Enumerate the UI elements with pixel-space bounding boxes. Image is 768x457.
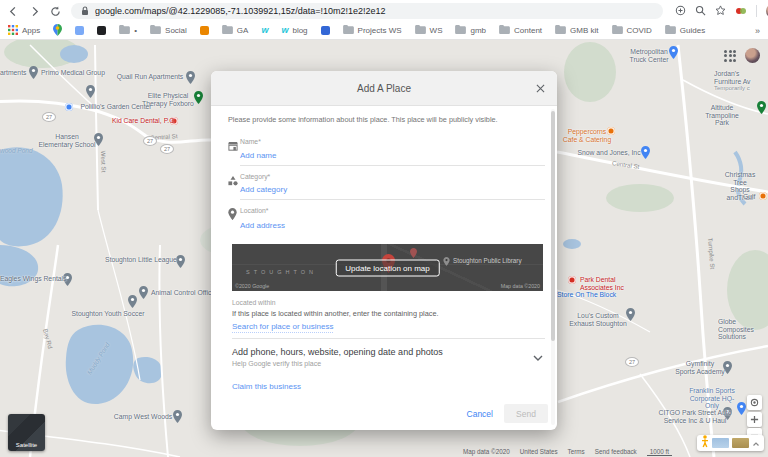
bookmark-favicon[interactable] [53, 24, 62, 38]
dialog-scrollbar[interactable] [551, 109, 555, 425]
search-icon[interactable] [695, 2, 706, 20]
map-pin-icon[interactable] [86, 85, 95, 98]
bookmark-star-icon[interactable] [715, 2, 726, 20]
map-pin-icon[interactable] [568, 276, 576, 284]
bookmark-folder[interactable]: Social [150, 25, 187, 36]
location-minimap[interactable]: STOUGHTON Stoughton Public Library Updat… [232, 244, 543, 291]
bookmark-label: GA [237, 26, 249, 35]
location-label: Location* [240, 207, 268, 214]
bookmark-folder[interactable]: Content [499, 25, 542, 36]
bookmark-favicon[interactable] [200, 26, 209, 35]
bookmark-apps[interactable]: Apps [8, 25, 40, 37]
forward-icon[interactable] [29, 6, 40, 17]
bookmark-folder[interactable]: gmb [455, 25, 486, 36]
send-to-device-icon[interactable] [675, 2, 686, 20]
imagery-thumbnail[interactable] [732, 438, 749, 448]
account-avatar[interactable] [745, 48, 760, 63]
map-pin-icon[interactable] [194, 91, 203, 104]
map-pin-icon[interactable] [139, 286, 148, 299]
map-poi-label[interactable]: Store On The Block [557, 291, 616, 299]
bookmark-folder[interactable]: Projects WS [343, 25, 402, 36]
bookmark-folder[interactable]: GA [222, 25, 249, 36]
add-name-input[interactable]: Add name [240, 151, 276, 160]
map-poi-label[interactable]: artments [0, 69, 26, 77]
more-details-title[interactable]: Add phone, hours, website, opening date … [232, 347, 522, 357]
bookmark-folder[interactable]: • [119, 25, 137, 36]
chevron-down-icon[interactable] [533, 348, 543, 366]
bookmark-folder[interactable]: COVID [612, 25, 652, 36]
map-poi-label[interactable]: CITGO Park Street Auto Service Inc & U H… [659, 409, 732, 424]
zoom-in-button[interactable] [747, 412, 762, 427]
attribution-terms-link[interactable]: Terms [568, 448, 585, 456]
send-button[interactable]: Send [504, 404, 548, 423]
bookmark-folder[interactable]: Guides [665, 25, 705, 36]
map-poi-label[interactable]: Globe Composites Solutions [718, 318, 768, 341]
map-poi-label[interactable]: Primo Medical Group [41, 69, 105, 77]
bookmark-favicon[interactable] [321, 26, 330, 35]
browser-window: google.com/maps/@42.1229085,-71.1039921,… [0, 0, 768, 457]
url-text[interactable]: google.com/maps/@42.1229085,-71.1039921,… [95, 6, 386, 16]
map-poi-label[interactable]: Gymfinity Sports Academy [675, 360, 725, 375]
map-poi-label[interactable]: Kid Care Dental, P.C [112, 117, 174, 125]
map-poi-label[interactable]: Metropolitan Truck Center [629, 48, 668, 63]
bookmark-favicon[interactable] [75, 26, 84, 35]
extension-icon[interactable] [735, 2, 747, 20]
bookmark-favicon[interactable]: w [261, 26, 268, 35]
bookmark-label: GMB kit [570, 26, 598, 35]
folder-icon [343, 25, 354, 36]
map-pin-icon[interactable] [65, 103, 73, 111]
map-poi-label[interactable]: Camp West Woods [114, 413, 172, 421]
map-pin-icon[interactable] [128, 295, 137, 308]
map-poi-label[interactable]: Snow and Jones, Inc [577, 149, 640, 157]
url-bar[interactable]: google.com/maps/@42.1229085,-71.1039921,… [71, 3, 663, 19]
bookmark-label: WS [430, 26, 443, 35]
map-pin-icon[interactable] [757, 101, 766, 114]
imagery-thumbnail[interactable] [712, 438, 729, 448]
map-pin-icon[interactable] [669, 46, 678, 59]
claim-business-link[interactable]: Claim this business [232, 382, 301, 391]
bookmark-favicon[interactable]: wblog [281, 26, 307, 35]
add-category-input[interactable]: Add category [240, 185, 287, 194]
reload-icon[interactable] [50, 6, 61, 17]
map-pin-icon[interactable] [626, 308, 635, 321]
map-poi-label[interactable]: Hansen Elementary School [38, 133, 95, 148]
located-within-description: If this place is located within another,… [232, 309, 438, 318]
map-poi-label[interactable]: Jordan's Furniture AvTemporarily c [714, 70, 768, 93]
map-pin-icon[interactable] [186, 71, 195, 84]
folder-icon [150, 25, 161, 36]
collapse-chevron-icon[interactable] [752, 434, 760, 452]
map-pin-icon[interactable] [29, 66, 38, 79]
map-poi-label[interactable]: Lou's Custom Exhaust Stoughton [569, 312, 626, 327]
dialog-divider [232, 338, 545, 339]
cancel-button[interactable]: Cancel [467, 409, 493, 419]
map-poi-label[interactable]: Polillio's Garden Center [80, 103, 151, 111]
map-poi-label[interactable]: Eagles Wings Rentals [0, 275, 67, 283]
close-icon[interactable] [534, 82, 546, 94]
back-icon[interactable] [8, 6, 19, 17]
map-pin-icon[interactable] [176, 255, 185, 268]
bookmarks-overflow-chevron[interactable]: » [755, 26, 760, 36]
wave-icon: w [261, 26, 268, 35]
map-pin-icon[interactable] [759, 192, 767, 200]
map-poi-label[interactable]: Animal Control Officer [151, 289, 217, 297]
map-poi-label[interactable]: Altitude Trampoline Park [699, 104, 745, 127]
add-address-input[interactable]: Add address [240, 221, 285, 230]
map-pin-icon[interactable] [641, 146, 650, 159]
search-place-input[interactable]: Search for place or business [232, 322, 333, 333]
google-apps-grid-icon[interactable] [724, 50, 736, 62]
map-poi-label[interactable]: Peppercorns Cafe & Catering [563, 128, 611, 143]
bookmark-favicon[interactable] [97, 26, 106, 35]
map-poi-label[interactable]: Quail Run Apartments [117, 73, 184, 81]
map-poi-label[interactable]: Stoughton Youth Soccer [72, 310, 145, 318]
bookmark-folder[interactable]: GMB kit [555, 25, 598, 36]
map-poi-label[interactable]: Gulf [743, 193, 755, 201]
update-location-button[interactable]: Update location on map [335, 259, 440, 276]
satellite-toggle[interactable]: Satellite [8, 414, 45, 451]
my-location-button[interactable] [747, 395, 762, 410]
bookmark-folder[interactable]: WS [415, 25, 443, 36]
map-poi-label[interactable]: Park Dental Associates Inc [580, 276, 624, 291]
attribution-feedback-link[interactable]: Send feedback [595, 448, 637, 456]
map-poi-label[interactable]: Stoughton Little League [105, 256, 177, 264]
pegman-icon[interactable] [701, 434, 709, 452]
map-pin-icon[interactable] [173, 410, 182, 423]
